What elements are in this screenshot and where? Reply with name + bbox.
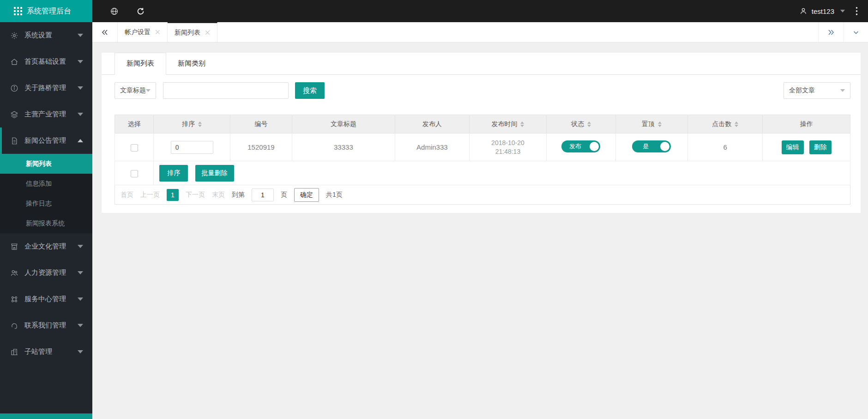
chevron-up-icon <box>78 139 83 142</box>
news-panel: 新闻列表 新闻类别 文章标题 搜索 全部文章 选择 排序 <box>102 53 861 213</box>
window-tab-account-settings[interactable]: 帐户设置 <box>117 22 168 42</box>
col-title: 文章标题 <box>292 115 395 134</box>
page-prev[interactable]: 上一页 <box>140 191 160 199</box>
chevron-down-icon <box>78 324 83 327</box>
panel-tabs: 新闻列表 新闻类别 <box>102 53 861 75</box>
total-pages-label: 共1页 <box>326 191 343 199</box>
goto-page-input[interactable] <box>252 188 274 201</box>
sidebar-item-system-settings[interactable]: 系统设置 <box>0 22 92 49</box>
col-actions: 操作 <box>763 115 850 134</box>
chevron-down-icon <box>78 34 83 37</box>
sidebar-subitem-news-report[interactable]: 新闻报表系统 <box>0 213 92 233</box>
news-table: 选择 排序 编号 文章标题 发布人 发布时间 状态 置顶 点击数 操作 1520… <box>115 115 850 205</box>
sidebar-item-label: 人力资源管理 <box>24 268 66 277</box>
globe-icon[interactable] <box>110 7 119 16</box>
row-id: 1520919 <box>230 134 292 161</box>
article-filter-select[interactable]: 全部文章 <box>784 82 850 99</box>
chevron-down-icon <box>78 113 83 116</box>
table-row: 1520919 33333 Admin333 2018-10-20 21:48:… <box>115 134 850 161</box>
window-tab-news-list[interactable]: 新闻列表 <box>168 22 217 42</box>
page-last[interactable]: 末页 <box>212 191 225 199</box>
caret-down-icon <box>146 89 151 92</box>
window-tab-label: 帐户设置 <box>125 28 151 36</box>
grid-icon <box>14 7 22 15</box>
search-input[interactable] <box>163 82 289 99</box>
select-value: 全部文章 <box>789 86 815 95</box>
sidebar-submenu: 新闻列表 信息添加 操作日志 新闻报表系统 <box>0 154 92 233</box>
sidebar-item-label: 主营产业管理 <box>24 110 66 119</box>
page-first[interactable]: 首页 <box>121 191 133 199</box>
edit-button[interactable]: 编辑 <box>782 140 804 154</box>
storefront-icon <box>10 243 18 251</box>
double-chevron-left-icon[interactable] <box>92 22 117 42</box>
sidebar-item-news-announcement[interactable]: 新闻公告管理 <box>0 128 92 154</box>
sidebar-item-hr-management[interactable]: 人力资源管理 <box>0 260 92 286</box>
select-all-checkbox[interactable] <box>131 170 138 177</box>
close-icon[interactable] <box>205 30 210 35</box>
toggle-label: 是 <box>632 140 659 152</box>
sidebar-item-contact-management[interactable]: 联系我们管理 <box>0 312 92 339</box>
sidebar-subitem-news-list[interactable]: 新闻列表 <box>0 154 92 174</box>
sort-arrows-icon[interactable] <box>520 121 524 127</box>
search-field-select[interactable]: 文章标题 <box>115 82 156 99</box>
chevron-down-icon <box>78 60 83 63</box>
refresh-icon[interactable] <box>136 7 145 16</box>
search-button[interactable]: 搜索 <box>295 82 325 99</box>
col-clicks[interactable]: 点击数 <box>687 115 762 134</box>
sidebar-footer-bar <box>0 413 92 419</box>
subitem-label: 新闻报表系统 <box>26 219 65 228</box>
toggle-knob <box>660 142 669 151</box>
col-sort[interactable]: 排序 <box>154 115 230 134</box>
sidebar-item-home-settings[interactable]: 首页基础设置 <box>0 49 92 75</box>
home-icon <box>10 58 18 66</box>
sort-arrows-icon[interactable] <box>735 121 738 127</box>
sidebar-item-service-center[interactable]: 服务中心管理 <box>0 286 92 312</box>
page-current[interactable]: 1 <box>167 189 179 201</box>
sidebar-item-industry-management[interactable]: 主营产业管理 <box>0 101 92 128</box>
tab-bar-controls <box>818 22 868 42</box>
sort-arrows-icon[interactable] <box>198 121 202 127</box>
headset-icon <box>10 322 18 330</box>
row-sort-input[interactable] <box>171 141 213 154</box>
close-icon[interactable] <box>155 30 160 35</box>
row-publish-time: 2018-10-20 21:48:13 <box>469 134 546 161</box>
window-tab-bar: 帐户设置 新闻列表 <box>92 22 868 43</box>
document-icon <box>10 137 18 145</box>
col-pinned[interactable]: 置顶 <box>615 115 687 134</box>
sidebar-item-label: 首页基础设置 <box>24 57 66 66</box>
col-publish-time[interactable]: 发布时间 <box>469 115 546 134</box>
pinned-toggle[interactable]: 是 <box>632 140 671 152</box>
col-id: 编号 <box>230 115 292 134</box>
pagination-row: 首页 上一页 1 下一页 末页 到第 页 确定 共1页 <box>115 185 850 205</box>
sidebar-item-substation-management[interactable]: 子站管理 <box>0 339 92 365</box>
delete-button[interactable]: 删除 <box>809 140 832 154</box>
tab-news-category[interactable]: 新闻类别 <box>166 53 217 74</box>
sidebar-item-label: 系统设置 <box>24 31 52 40</box>
sidebar-subitem-operation-log[interactable]: 操作日志 <box>0 194 92 213</box>
double-chevron-right-icon[interactable] <box>818 22 844 42</box>
apply-sort-button[interactable]: 排序 <box>159 165 188 182</box>
sidebar-subitem-info-add[interactable]: 信息添加 <box>0 174 92 194</box>
main-content: 新闻列表 新闻类别 文章标题 搜索 全部文章 选择 排序 <box>92 43 868 419</box>
col-status[interactable]: 状态 <box>547 115 616 134</box>
command-icon <box>10 295 18 304</box>
search-toolbar: 文章标题 搜索 全部文章 <box>102 75 861 115</box>
sort-arrows-icon[interactable] <box>658 121 662 127</box>
chevron-down-icon <box>78 298 83 301</box>
tab-news-list[interactable]: 新闻列表 <box>115 53 166 75</box>
caret-down-icon <box>840 10 845 12</box>
subitem-label: 信息添加 <box>26 180 52 188</box>
sidebar-item-label: 企业文化管理 <box>24 242 66 251</box>
sidebar-item-culture-management[interactable]: 企业文化管理 <box>0 233 92 260</box>
goto-confirm-button[interactable]: 确定 <box>294 188 319 202</box>
user-area[interactable]: test123 <box>799 6 868 16</box>
row-checkbox[interactable] <box>131 144 138 152</box>
chevron-down-icon[interactable] <box>844 22 868 42</box>
row-title: 33333 <box>292 134 395 161</box>
batch-delete-button[interactable]: 批量删除 <box>195 165 234 182</box>
sidebar-item-about-management[interactable]: 关于路桥管理 <box>0 75 92 101</box>
page-next[interactable]: 下一页 <box>186 191 205 199</box>
kebab-menu-icon[interactable] <box>856 6 858 16</box>
sort-arrows-icon[interactable] <box>587 121 591 127</box>
status-toggle[interactable]: 发布 <box>561 140 600 152</box>
